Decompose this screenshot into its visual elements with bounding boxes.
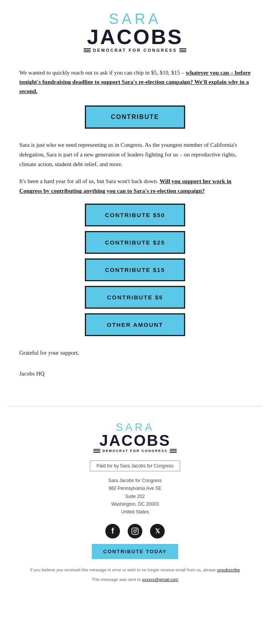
address-line4: Washington, DC 20003	[111, 501, 159, 507]
email-header: SARA JACOBS DEMOCRAT FOR CONGRESS	[0, 0, 270, 60]
signoff-line1: Grateful for your support,	[19, 350, 79, 356]
logo-jacobs: JACOBS	[84, 26, 186, 47]
twitter-icon[interactable]: 𝕏	[150, 524, 165, 539]
unsubscribe-link[interactable]: unsubscribe	[217, 568, 240, 572]
paid-for-text: Paid for by Sara Jacobs for Congress	[90, 460, 180, 471]
body-paragraph-2: It's been a hard year for all of us, but…	[19, 177, 251, 196]
intro-text-before: We wanted to quickly reach out to ask if…	[19, 70, 184, 76]
contribute-today-button[interactable]: CONTRIBUTE TODAY	[92, 544, 179, 559]
svg-rect-0	[132, 528, 138, 534]
body-paragraph-2-text: It's been a hard year for all of us, but…	[19, 178, 158, 184]
other-amount-button[interactable]: OTHER AMOUNT	[85, 313, 185, 336]
footer-logo-jacobs: JACOBS	[8, 433, 262, 448]
footer-logo-lines-left	[93, 449, 100, 453]
sent-text: This message was sent to	[92, 577, 141, 582]
contribute-5-button[interactable]: CONTRIBUTE $5	[85, 286, 185, 309]
section-divider	[8, 406, 262, 406]
footer-sent: This message was sent to xxxxxx@gmail.co…	[8, 577, 262, 582]
signoff-line2: Jacobs HQ	[19, 370, 44, 377]
legal-text: If you believe you received this message…	[30, 568, 216, 572]
address-line2: 660 Pennsylvania Ave SE	[108, 486, 161, 491]
logo-lines-left	[84, 48, 91, 52]
address-line5: United States	[121, 509, 149, 515]
contribute-today-container: CONTRIBUTE TODAY	[8, 544, 262, 567]
facebook-icon[interactable]: f	[105, 524, 120, 539]
main-content: We wanted to quickly reach out to ask if…	[0, 60, 270, 391]
contribute-25-button[interactable]: CONTRIBUTE $25	[85, 231, 185, 254]
email-footer: SARA JACOBS DEMOCRAT FOR CONGRESS Paid f…	[0, 422, 270, 590]
address-line1: Sara Jacobs for Congress	[108, 478, 162, 483]
signoff: Grateful for your support, Jacobs HQ	[19, 348, 251, 379]
footer-logo-sara: SARA	[8, 422, 262, 433]
address-line3: Suite 202	[125, 494, 145, 499]
contribute-button[interactable]: CONTRIBUTE	[85, 105, 185, 129]
svg-point-2	[136, 529, 137, 530]
email-wrapper: SARA JACOBS DEMOCRAT FOR CONGRESS We w	[0, 0, 270, 590]
logo-sara: SARA	[84, 12, 186, 26]
contribute-15-button[interactable]: CONTRIBUTE $15	[85, 258, 185, 281]
svg-point-1	[134, 530, 137, 532]
logo-subtitle-text: DEMOCRAT FOR CONGRESS	[93, 48, 177, 53]
instagram-icon[interactable]	[128, 524, 142, 539]
amount-buttons-section: CONTRIBUTE $50 CONTRIBUTE $25 CONTRIBUTE…	[19, 204, 251, 336]
footer-logo-lines-right	[170, 449, 177, 453]
contribute-50-button[interactable]: CONTRIBUTE $50	[85, 204, 185, 226]
footer-address: Sara Jacobs for Congress 660 Pennsylvani…	[8, 477, 262, 516]
footer-logo-subtitle: DEMOCRAT FOR CONGRESS	[8, 449, 262, 453]
intro-paragraph: We wanted to quickly reach out to ask if…	[19, 68, 251, 96]
sent-email[interactable]: xxxxxx@gmail.com	[142, 577, 178, 582]
logo-subtitle: DEMOCRAT FOR CONGRESS	[84, 48, 186, 53]
footer-logo-subtitle-text: DEMOCRAT FOR CONGRESS	[103, 449, 168, 453]
social-icons-container: f 𝕏	[8, 524, 262, 539]
logo-lines-right	[179, 48, 186, 52]
paid-for-box: Paid for by Sara Jacobs for Congress	[8, 460, 262, 477]
footer-legal: If you believe you received this message…	[8, 567, 262, 574]
body-paragraph-1: Sara is just who we need representing us…	[19, 140, 251, 169]
footer-logo: SARA JACOBS DEMOCRAT FOR CONGRESS	[8, 422, 262, 453]
logo-container: SARA JACOBS DEMOCRAT FOR CONGRESS	[84, 12, 186, 53]
